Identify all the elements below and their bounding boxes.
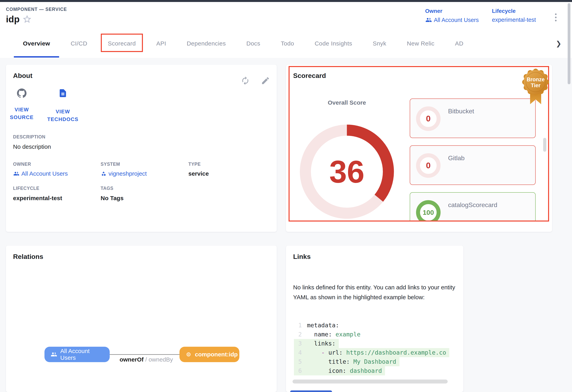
badge-line2: Tier [531, 82, 540, 88]
page-scrollbar-thumb[interactable] [568, 3, 571, 84]
lifecycle-field-label: LIFECYCLE [13, 186, 39, 191]
description-value: No description [13, 143, 51, 150]
edit-pencil-icon[interactable] [261, 76, 270, 85]
links-title: Links [293, 253, 311, 261]
page-title: idp [6, 14, 20, 25]
about-card: About VIEW SOURCE VIEW TECHDOCS DESCRIPT… [6, 65, 277, 232]
view-techdocs-label: VIEW TECHDOCS [44, 108, 82, 123]
tab-ad[interactable]: AD [445, 29, 474, 58]
breadcrumb: COMPONENT — SERVICE [6, 7, 67, 12]
code-horizontal-scrollbar[interactable] [293, 379, 448, 383]
code-line-6: 6 icon: dashboard [294, 366, 385, 376]
content-area: About VIEW SOURCE VIEW TECHDOCS DESCRIPT… [0, 58, 572, 392]
owner-field-label: OWNER [13, 162, 31, 167]
relation-node-owner-label: All Account Users [60, 348, 104, 361]
scorecard-scrollbar-thumb[interactable] [543, 138, 546, 152]
lifecycle-meta: Lifecycle experimental-test [492, 8, 536, 23]
owner-label: Owner [425, 8, 479, 14]
refresh-icon[interactable] [241, 76, 250, 85]
lifecycle-field-value: experimental-test [13, 195, 62, 201]
scorecard-item-gitlab[interactable]: 0Gitlab [410, 145, 536, 185]
edge-primary: ownerOf [120, 356, 144, 363]
tab-code-insights[interactable]: Code Insights [304, 29, 363, 58]
type-field-label: TYPE [188, 162, 201, 167]
people-icon [50, 351, 57, 358]
score-ring: 0 [416, 153, 441, 178]
score-ring: 0 [416, 106, 441, 131]
tab-ci-cd[interactable]: CI/CD [60, 29, 97, 58]
relations-title: Relations [13, 253, 43, 261]
cutoff-primary-button[interactable] [290, 391, 332, 392]
more-options-kebab-icon[interactable] [552, 12, 560, 23]
tab-dependencies[interactable]: Dependencies [176, 29, 236, 58]
type-field-value: service [188, 170, 209, 177]
code-line-1: 1metadata: [294, 321, 342, 330]
overall-score-donut: 36 [298, 122, 396, 221]
view-source-link[interactable]: VIEW SOURCE [8, 88, 36, 121]
owner-meta: Owner All Account Users [425, 8, 479, 23]
lifecycle-label: Lifecycle [492, 8, 536, 14]
relation-node-component-label: component:idp [195, 351, 238, 358]
entity-header: COMPONENT — SERVICE idp Owner All Accoun… [0, 2, 572, 29]
links-card: Links No links defined for this entity. … [286, 246, 463, 392]
chip-icon [185, 351, 192, 358]
component-page: { "header": { "breadcrumb": "COMPONENT —… [0, 0, 572, 392]
tab-scorecard[interactable]: Scorecard [98, 29, 146, 58]
description-label: DESCRIPTION [13, 134, 46, 140]
scorecard-item-name: Bitbucket [448, 108, 474, 115]
people-icon [425, 16, 432, 23]
code-line-3: 3 links: [294, 339, 339, 348]
entity-tabs-bar: OverviewCI/CDScorecardAPIDependenciesDoc… [0, 29, 572, 58]
scorecard-item-bitbucket[interactable]: 0Bitbucket [410, 98, 536, 138]
system-field-link[interactable]: vigneshproject [101, 170, 147, 177]
scorecard-title: Scorecard [293, 72, 326, 80]
relation-edge [110, 354, 179, 355]
badge-line1: Bronze [526, 77, 545, 82]
code-line-5: 5 title: My Dashboard [294, 357, 399, 366]
lifecycle-value: experimental-test [492, 16, 536, 23]
owner-field-link[interactable]: All Account Users [13, 170, 68, 177]
scorecard-content: Overall Score 36 0Bitbucket0Gitlab100cat… [288, 66, 549, 222]
relation-node-component[interactable]: component:idp [179, 347, 239, 362]
tab-new-relic[interactable]: New Relic [397, 29, 445, 58]
techdocs-icon [44, 88, 82, 98]
relations-card: Relations ownerOf / ownedBy All Account … [6, 246, 277, 392]
tab-api[interactable]: API [146, 29, 176, 58]
overall-score-label: Overall Score [298, 99, 396, 106]
bronze-tier-badge: Bronze Tier [521, 66, 550, 107]
view-source-label: VIEW SOURCE [8, 106, 36, 121]
tags-field-label: TAGS [101, 186, 113, 191]
tabs-list: OverviewCI/CDScorecardAPIDependenciesDoc… [13, 29, 474, 58]
edge-secondary: ownedBy [149, 356, 173, 363]
scorecard-item-name: Gitlab [448, 154, 465, 162]
scorecard-items-list: 0Bitbucket0Gitlab100catalogScorecard [410, 98, 536, 222]
tab-snyk[interactable]: Snyk [363, 29, 397, 58]
tab-docs[interactable]: Docs [236, 29, 270, 58]
system-field-label: SYSTEM [101, 162, 120, 167]
score-ring: 100 [416, 200, 441, 222]
top-navigation-bar [0, 0, 572, 2]
overall-score-value: 36 [298, 122, 396, 221]
people-icon [13, 170, 19, 177]
tab-overview[interactable]: Overview [13, 29, 60, 58]
scorecard-item-name: catalogScorecard [448, 201, 497, 209]
scorecard-item-catalogscorecard[interactable]: 100catalogScorecard [410, 192, 536, 222]
github-icon [8, 88, 36, 98]
scorecard-card: Scorecard Overall Score 36 0Bitbucket0Gi… [286, 65, 552, 232]
owner-link[interactable]: All Account Users [425, 16, 479, 23]
view-techdocs-link[interactable]: VIEW TECHDOCS [44, 88, 82, 123]
code-line-2: 2 name: example [294, 330, 364, 339]
code-line-4: 4 - url: https://dashboard.example.co [294, 348, 449, 357]
owner-value: All Account Users [434, 17, 479, 23]
tags-field-value: No Tags [101, 195, 124, 201]
tabs-overflow-chevron-icon[interactable]: ❯ [556, 29, 561, 58]
yaml-code-block: 1metadata:2 name: example3 links:4 - url… [294, 321, 463, 376]
system-icon [101, 171, 107, 177]
favorite-star-icon[interactable] [22, 14, 32, 24]
links-empty-message: No links defined for this entity. You ca… [293, 282, 460, 302]
relation-node-owner[interactable]: All Account Users [45, 347, 110, 362]
about-title: About [13, 72, 32, 80]
tab-todo[interactable]: Todo [270, 29, 304, 58]
